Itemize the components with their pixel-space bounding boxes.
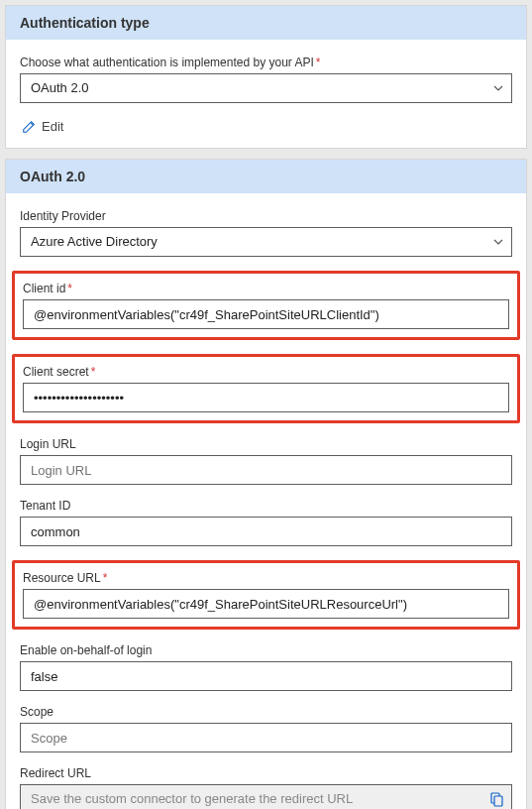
auth-type-header: Authentication type — [6, 6, 526, 40]
auth-type-select[interactable]: OAuth 2.0 — [20, 73, 512, 103]
resource-url-label: Resource URL* — [23, 571, 509, 585]
login-url-input[interactable] — [20, 455, 512, 485]
auth-prompt-label: Choose what authentication is implemente… — [20, 56, 512, 69]
auth-edit-button[interactable]: Edit — [20, 117, 65, 136]
auth-edit-label: Edit — [42, 119, 63, 134]
scope-input[interactable] — [20, 723, 512, 752]
client-secret-highlight: Client secret* — [12, 354, 520, 423]
pencil-icon — [22, 120, 36, 134]
client-id-label: Client id* — [23, 282, 509, 295]
on-behalf-input[interactable] — [20, 661, 512, 691]
redirect-url-label: Redirect URL — [20, 766, 512, 780]
identity-provider-value: Azure Active Directory — [20, 227, 512, 257]
tenant-id-label: Tenant ID — [20, 499, 512, 513]
on-behalf-label: Enable on-behalf-of login — [20, 643, 512, 657]
identity-provider-select[interactable]: Azure Active Directory — [20, 227, 512, 257]
login-url-label: Login URL — [20, 437, 512, 451]
oauth-card: OAuth 2.0 Identity Provider Azure Active… — [5, 159, 527, 809]
tenant-id-input[interactable] — [20, 517, 512, 546]
svg-rect-1 — [494, 796, 502, 806]
resource-url-highlight: Resource URL* — [12, 560, 520, 630]
auth-type-value: OAuth 2.0 — [20, 73, 512, 103]
client-secret-label: Client secret* — [23, 365, 509, 379]
resource-url-input[interactable] — [23, 589, 509, 619]
oauth-header: OAuth 2.0 — [6, 160, 526, 193]
identity-provider-label: Identity Provider — [20, 209, 512, 223]
redirect-url-field: Save the custom connector to generate th… — [20, 784, 512, 809]
scope-label: Scope — [20, 705, 512, 719]
client-secret-input[interactable] — [23, 383, 509, 412]
client-id-input[interactable] — [23, 299, 509, 329]
copy-icon[interactable] — [486, 789, 506, 809]
client-id-highlight: Client id* — [12, 271, 520, 340]
auth-type-card: Authentication type Choose what authenti… — [5, 5, 527, 149]
